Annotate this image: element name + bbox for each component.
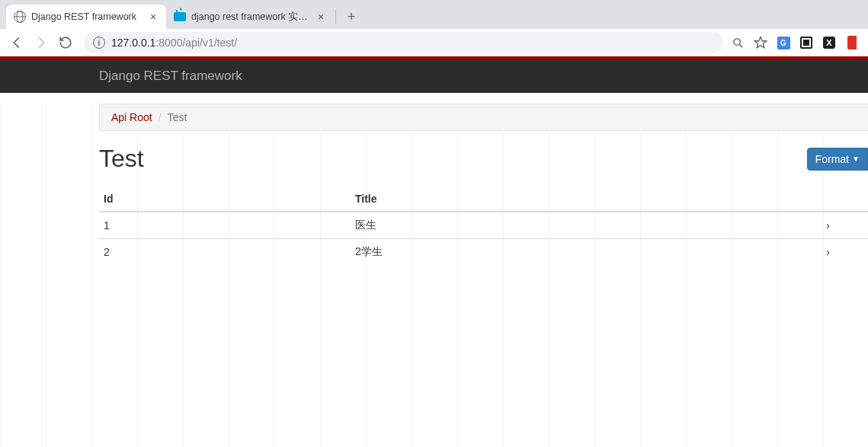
cell-title: 医生 [351, 212, 578, 239]
new-tab-button[interactable]: + [341, 6, 362, 27]
column-header-title: Title [351, 187, 578, 212]
page-header: Test Format▼ [99, 145, 868, 173]
svg-point-0 [733, 38, 740, 45]
close-icon[interactable]: × [315, 11, 326, 22]
results-table: Id Title 1 医生 › 2 2学生 › [99, 187, 868, 265]
page-body: Api Root / Test Test Format▼ Id Title 1 … [0, 104, 868, 447]
chevron-right-icon: › [578, 212, 868, 239]
breadcrumb: Api Root / Test [99, 104, 868, 131]
extension-icon[interactable] [845, 36, 859, 49]
site-info-icon[interactable]: i [93, 37, 105, 49]
svg-line-1 [739, 44, 742, 47]
zoom-icon[interactable] [731, 36, 745, 49]
address-bar[interactable]: i 127.0.0.1:8000/api/v1/test/ [84, 32, 723, 53]
chevron-right-icon: › [578, 239, 868, 266]
url-text: 127.0.0.1:8000/api/v1/test/ [111, 37, 237, 49]
translate-extension-icon[interactable]: G [777, 36, 790, 49]
browser-tab-active[interactable]: Django REST framework × [6, 5, 166, 29]
svg-marker-2 [755, 37, 767, 48]
tab-title: Django REST framework [31, 11, 143, 22]
column-header-action [578, 187, 868, 212]
globe-icon [14, 11, 26, 23]
table-row[interactable]: 1 医生 › [99, 212, 868, 239]
cell-title: 2学生 [351, 239, 578, 266]
close-icon[interactable]: × [148, 11, 159, 22]
breadcrumb-root-link[interactable]: Api Root [111, 111, 152, 123]
back-button[interactable] [6, 32, 27, 53]
browser-toolbar: i 127.0.0.1:8000/api/v1/test/ G X [0, 29, 868, 56]
format-button[interactable]: Format▼ [807, 148, 868, 171]
tab-divider [335, 10, 336, 24]
navbar: Django REST framework [0, 59, 868, 93]
browser-chrome: Django REST framework × django rest fram… [0, 0, 868, 56]
browser-tab[interactable]: django rest framework 实战和… × [166, 5, 334, 29]
cell-id: 2 [99, 239, 351, 266]
extension-icon[interactable] [799, 36, 813, 49]
extension-icon[interactable]: X [822, 36, 836, 49]
chevron-down-icon: ▼ [852, 155, 860, 163]
navbar-brand[interactable]: Django REST framework [99, 69, 242, 84]
page-title: Test [99, 145, 807, 173]
bilibili-icon [174, 11, 186, 23]
extension-icons: G X [731, 36, 862, 49]
tab-strip: Django REST framework × django rest fram… [0, 0, 868, 29]
breadcrumb-separator: / [159, 111, 162, 123]
forward-button[interactable] [30, 32, 52, 53]
table-row[interactable]: 2 2学生 › [99, 239, 868, 266]
breadcrumb-current: Test [168, 111, 187, 123]
bookmark-star-icon[interactable] [754, 36, 767, 49]
column-header-id: Id [99, 187, 351, 212]
cell-id: 1 [99, 212, 351, 239]
tab-title: django rest framework 实战和… [191, 11, 310, 24]
reload-button[interactable] [55, 32, 76, 53]
